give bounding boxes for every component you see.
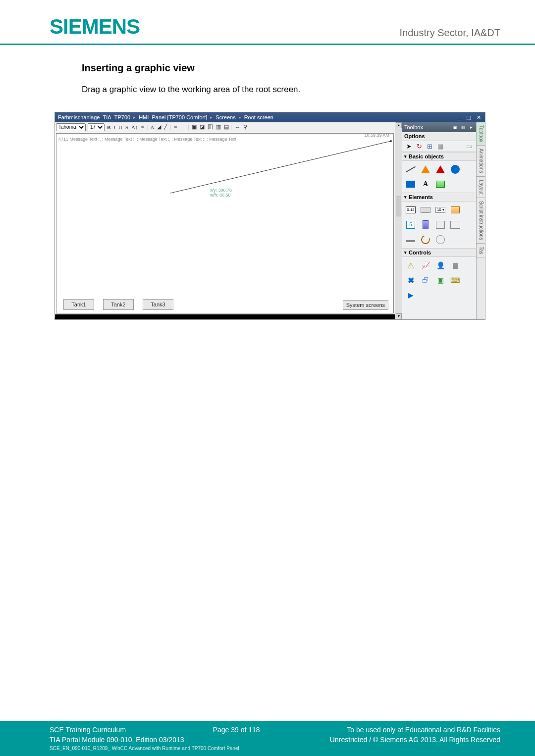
- svg-point-1: [390, 140, 392, 142]
- controls-body: ⚠ 📈 👤 ▤ ✖ 🗗 ▣ ⌨ ▶: [402, 257, 476, 303]
- chevron-down-icon: ▾: [404, 154, 407, 159]
- rotate-icon[interactable]: ↻: [417, 143, 422, 150]
- grid-icon[interactable]: ▦: [437, 143, 443, 150]
- polyline-tool-icon[interactable]: [420, 164, 431, 175]
- controls-header[interactable]: ▾ Controls: [402, 248, 476, 257]
- vline-button[interactable]: —: [179, 124, 186, 130]
- basic-objects-header[interactable]: ▾ Basic objects: [402, 152, 476, 161]
- svg-line-0: [170, 141, 391, 193]
- underline-button[interactable]: U: [118, 124, 123, 130]
- right-side-tabs: Toolbox Animations Layout Script instruc…: [476, 122, 485, 319]
- controls-label: Controls: [409, 250, 431, 255]
- canvas-bottom-bar: [55, 314, 395, 319]
- scroll-down-icon[interactable]: ▾: [396, 313, 402, 319]
- button-icon[interactable]: [420, 204, 431, 215]
- script-tab[interactable]: Script instructions: [477, 198, 485, 244]
- elements-label: Elements: [409, 194, 433, 200]
- align-icon[interactable]: ⊞: [427, 143, 432, 150]
- instruction-text: Drag a graphic view to the working area …: [82, 85, 500, 95]
- editor-pane: Tahoma 17 B I U S A↕ ≡ | A ◢ ╱ | ≡ — | ▣: [55, 122, 395, 319]
- basic-objects-body: A: [402, 161, 476, 193]
- window-controls[interactable]: _ ▢ ✕: [458, 114, 483, 121]
- elements-header[interactable]: ▾ Elements: [402, 193, 476, 202]
- chevron-right-icon: ▸: [210, 115, 213, 120]
- text-tool-icon[interactable]: A: [420, 179, 431, 190]
- options-header[interactable]: Options: [402, 132, 476, 141]
- symbolic-io-icon[interactable]: 10 ▾: [435, 204, 446, 215]
- camera-view-icon[interactable]: ⌨: [450, 275, 461, 286]
- breadcrumb-project[interactable]: Farbmischanlage_TIA_TP700: [58, 114, 130, 120]
- tank3-button[interactable]: Tank3: [143, 299, 173, 310]
- italic-button[interactable]: I: [113, 124, 116, 130]
- system-screens-button[interactable]: System screens: [343, 300, 388, 310]
- scroll-up-icon[interactable]: ▴: [396, 122, 402, 128]
- gauge-icon[interactable]: [420, 234, 431, 245]
- recipe-view-icon[interactable]: ▤: [450, 260, 461, 271]
- sector-label: Industry Sector, IA&DT: [400, 27, 500, 39]
- html-browser-icon[interactable]: 🗗: [420, 275, 431, 286]
- toolbox-title-icons[interactable]: ▣ ▥ ▸: [453, 125, 474, 130]
- io-field-icon[interactable]: 0.12: [405, 204, 416, 215]
- back-button[interactable]: ◪: [199, 124, 205, 130]
- clock-icon[interactable]: [435, 234, 446, 245]
- footer-left1: SCE Training Curriculum: [50, 726, 126, 734]
- distribute-button[interactable]: ▤: [223, 124, 229, 130]
- media-player-icon[interactable]: ▶: [405, 290, 416, 301]
- toolbox-title-label: Toolbox: [404, 124, 423, 130]
- breadcrumb-panel[interactable]: HMI_Panel [TP700 Comfort]: [139, 114, 207, 120]
- vertical-scrollbar[interactable]: ▴ ▾: [395, 122, 402, 319]
- scrollbar-thumb[interactable]: [396, 197, 401, 216]
- datetime-icon[interactable]: 5: [405, 219, 416, 230]
- switch-icon[interactable]: [435, 219, 446, 230]
- zoom-button[interactable]: ⚲: [243, 124, 248, 130]
- basic-objects-label: Basic objects: [409, 153, 444, 159]
- textsize-button[interactable]: A↕: [131, 124, 138, 130]
- line-tool-icon[interactable]: [405, 164, 416, 175]
- wh-coord: w/h: 80,50: [210, 193, 232, 198]
- user-view-icon[interactable]: 👤: [435, 260, 446, 271]
- fontsize-select[interactable]: 17: [88, 123, 105, 131]
- symbol-library-icon[interactable]: [450, 219, 461, 230]
- polygon-tool-icon[interactable]: [435, 164, 446, 175]
- time-display: 10.59.39 AM: [364, 133, 389, 138]
- rectangle-tool-icon[interactable]: [405, 179, 416, 190]
- graphic-view-tool-icon[interactable]: [435, 179, 446, 190]
- status-force-icon[interactable]: ✖: [405, 275, 416, 286]
- graphic-io-icon[interactable]: [450, 204, 461, 215]
- section-title: Inserting a graphic view: [82, 62, 500, 74]
- align-button[interactable]: ≡: [141, 124, 145, 130]
- breadcrumb-screens[interactable]: Screens: [215, 114, 235, 120]
- ellipse-tool-icon[interactable]: [450, 164, 461, 175]
- sm-client-icon[interactable]: ▣: [435, 275, 446, 286]
- strike-button[interactable]: S: [125, 124, 129, 130]
- bar-icon[interactable]: [420, 219, 431, 230]
- group-button[interactable]: 囲: [207, 123, 214, 131]
- fill-color-button[interactable]: ◢: [157, 124, 161, 130]
- line-color-button[interactable]: ╱: [163, 124, 168, 130]
- font-color-button[interactable]: A: [150, 124, 155, 130]
- expand-icon[interactable]: ▭: [466, 143, 472, 150]
- ungroup-button[interactable]: ▥: [215, 124, 221, 130]
- tank1-button[interactable]: Tank1: [63, 299, 94, 310]
- window-title-bar: Farbmischanlage_TIA_TP700 ▸ HMI_Panel [T…: [55, 112, 485, 122]
- toolbox-tab[interactable]: Toolbox: [477, 122, 485, 146]
- siemens-logo: SIEMENS: [50, 15, 140, 39]
- mirror-button[interactable]: ↔: [234, 124, 241, 130]
- layout-tab[interactable]: Layout: [477, 177, 485, 198]
- design-canvas[interactable]: 10.59.39 AM 4711 Message Text :. : Messa…: [56, 133, 394, 313]
- slider-icon[interactable]: [405, 234, 416, 245]
- tasks-tab[interactable]: Tas: [477, 244, 485, 258]
- hline-button[interactable]: ≡: [173, 124, 177, 130]
- pointer-icon[interactable]: ➤: [406, 143, 412, 150]
- chevron-down-icon: ▾: [404, 250, 407, 255]
- front-button[interactable]: ▣: [191, 124, 197, 130]
- footer-small: SCE_EN_090-010_R1209_ WinCC Advanced wit…: [50, 746, 500, 751]
- trend-view-icon[interactable]: 📈: [420, 260, 431, 271]
- breadcrumb-root[interactable]: Root screen: [244, 114, 273, 120]
- animations-tab[interactable]: Animations: [477, 146, 485, 176]
- footer-right2: Unrestricted / © Siemens AG 2013. All Ri…: [330, 736, 500, 744]
- alarm-view-icon[interactable]: ⚠: [405, 260, 416, 271]
- tank2-button[interactable]: Tank2: [103, 299, 134, 310]
- font-select[interactable]: Tahoma: [56, 123, 86, 131]
- bold-button[interactable]: B: [107, 124, 111, 130]
